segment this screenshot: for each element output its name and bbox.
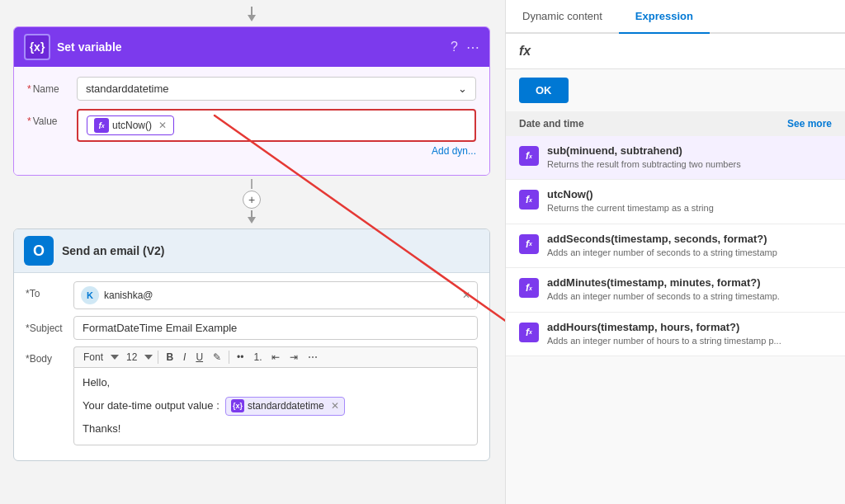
bold-button[interactable]: B (163, 351, 176, 364)
function-item-1[interactable]: fx utcNow() Returns the current timestam… (506, 180, 845, 224)
set-variable-block: {x} Set variable ? ⋯ *Name standarddatet… (13, 26, 490, 176)
var-icon: {x} (231, 399, 244, 412)
function-text-4: addHours(timestamp, hours, format?) Adds… (547, 321, 832, 347)
fx-chip-icon: fx (94, 118, 109, 133)
header-right: ? ⋯ (451, 40, 479, 55)
outlook-icon: O (24, 236, 54, 266)
function-item-0[interactable]: fx sub(minuend, subtrahend) Returns the … (506, 136, 845, 180)
panel-tabs: Dynamic content Expression (506, 0, 845, 34)
size-chevron-icon (144, 355, 153, 360)
svg-marker-1 (248, 15, 256, 21)
value-field-row: *Value fx utcNow() ✕ Add dyn... (27, 109, 476, 157)
to-email-text: kanishka@ (104, 290, 457, 301)
function-item-3[interactable]: fx addMinutes(timestamp, minutes, format… (506, 268, 845, 312)
utcnow-chip[interactable]: fx utcNow() ✕ (87, 115, 174, 135)
to-avatar: K (81, 286, 99, 304)
subject-input[interactable] (73, 316, 478, 340)
fx-label-text: fx (519, 44, 531, 59)
name-dropdown[interactable]: standarddatetime ⌄ (77, 77, 476, 101)
right-panel: Dynamic content Expression fx OK Date an… (505, 0, 845, 504)
set-variable-title: Set variable (57, 40, 122, 54)
to-chip-wrapper[interactable]: K kanishka@ ✕ (73, 281, 478, 309)
send-email-title: Send an email (V2) (62, 244, 164, 257)
align-right-icon[interactable]: ⇥ (287, 351, 300, 364)
font-size[interactable]: 12 (124, 351, 139, 364)
function-text-1: utcNow() Returns the current timestamp a… (547, 188, 832, 214)
value-input-box[interactable]: fx utcNow() ✕ (77, 109, 476, 142)
fx-icon-2: fx (519, 234, 539, 254)
function-item-2[interactable]: fx addSeconds(timestamp, seconds, format… (506, 224, 845, 268)
fx-icon-1: fx (519, 190, 539, 210)
tab-expression[interactable]: Expression (619, 0, 710, 34)
header-left: {x} Set variable (24, 34, 122, 60)
pen-icon[interactable]: ✎ (210, 351, 224, 364)
body-field-row: *Body Font 12 B I U ✎ •• (26, 346, 478, 445)
connector-line-top (251, 179, 253, 189)
expression-panel: fx OK Date and time See more fx sub(minu… (506, 34, 845, 504)
font-selector[interactable]: Font (81, 351, 106, 364)
unordered-list-icon[interactable]: •• (234, 351, 246, 364)
set-variable-body: *Name standarddatetime ⌄ *Value (14, 67, 489, 175)
separator-2 (229, 351, 229, 364)
add-step-button[interactable]: + (243, 191, 261, 209)
send-email-block: O Send an email (V2) *To K kanishka@ ✕ *… (13, 228, 490, 461)
underline-button[interactable]: U (193, 351, 205, 364)
function-item-4[interactable]: fx addHours(timestamp, hours, format?) A… (506, 313, 845, 356)
editor-toolbar: Font 12 B I U ✎ •• 1. ⇤ ⇥ ⋯ (73, 346, 478, 367)
variable-chip[interactable]: {x} standarddatetime ✕ (225, 397, 345, 416)
fx-input-area: fx (506, 34, 845, 69)
separator-1 (158, 351, 158, 364)
body-editor: Font 12 B I U ✎ •• 1. ⇤ ⇥ ⋯ (73, 346, 478, 445)
function-text-0: sub(minuend, subtrahend) Returns the res… (547, 144, 832, 171)
subject-label: *Subject (26, 316, 67, 334)
function-text-2: addSeconds(timestamp, seconds, format?) … (547, 233, 832, 259)
to-close-icon[interactable]: ✕ (462, 290, 470, 301)
name-label: *Name (27, 77, 68, 95)
body-main-line: Your date-time output value : {x} standa… (83, 397, 469, 416)
to-label: *To (26, 281, 67, 299)
fx-icon-0: fx (519, 146, 539, 166)
svg-marker-3 (248, 217, 256, 224)
function-text-3: addMinutes(timestamp, minutes, format?) … (547, 276, 832, 303)
top-connector-arrow (0, 0, 503, 23)
name-field-row: *Name standarddatetime ⌄ (27, 77, 476, 101)
main-canvas: {x} Set variable ? ⋯ *Name standarddatet… (0, 0, 503, 504)
ordered-list-icon[interactable]: 1. (251, 351, 264, 364)
more-icon[interactable]: ⋯ (466, 40, 479, 55)
set-variable-icon: {x} (24, 34, 50, 60)
body-content[interactable]: Hello, Your date-time output value : {x}… (73, 367, 478, 445)
help-icon[interactable]: ? (451, 40, 458, 54)
function-list: fx sub(minuend, subtrahend) Returns the … (506, 136, 845, 356)
send-email-body: *To K kanishka@ ✕ *Subject *Body (14, 273, 489, 460)
block-connector: + (0, 176, 503, 228)
body-hello-line: Hello, (83, 374, 469, 392)
fx-text-input[interactable] (537, 45, 832, 58)
see-more-link[interactable]: See more (787, 118, 832, 130)
fx-icon-4: fx (519, 323, 539, 342)
fx-icon-3: fx (519, 278, 539, 298)
to-field-row: *To K kanishka@ ✕ (26, 281, 478, 309)
section-header: Date and time See more (506, 111, 845, 136)
set-variable-header: {x} Set variable ? ⋯ (14, 27, 489, 67)
body-label: *Body (26, 346, 67, 365)
tab-dynamic-content[interactable]: Dynamic content (506, 0, 619, 34)
send-email-header: O Send an email (V2) (14, 229, 489, 273)
name-input-wrapper: standarddatetime ⌄ (77, 77, 476, 101)
italic-button[interactable]: I (181, 351, 188, 364)
add-dynamic-link[interactable]: Add dyn... (77, 145, 476, 157)
font-chevron-icon (111, 355, 119, 360)
body-thanks-line: Thanks! (83, 421, 469, 438)
chevron-down-icon: ⌄ (458, 82, 467, 95)
ok-button[interactable]: OK (519, 78, 569, 103)
more-toolbar-icon[interactable]: ⋯ (305, 351, 320, 364)
variable-chip-close[interactable]: ✕ (331, 398, 339, 414)
value-label: *Value (27, 109, 68, 127)
chip-close-icon[interactable]: ✕ (158, 120, 167, 131)
subject-field-row: *Subject (26, 316, 478, 340)
value-input-wrapper: fx utcNow() ✕ Add dyn... (77, 109, 476, 157)
align-left-icon[interactable]: ⇤ (269, 351, 282, 364)
